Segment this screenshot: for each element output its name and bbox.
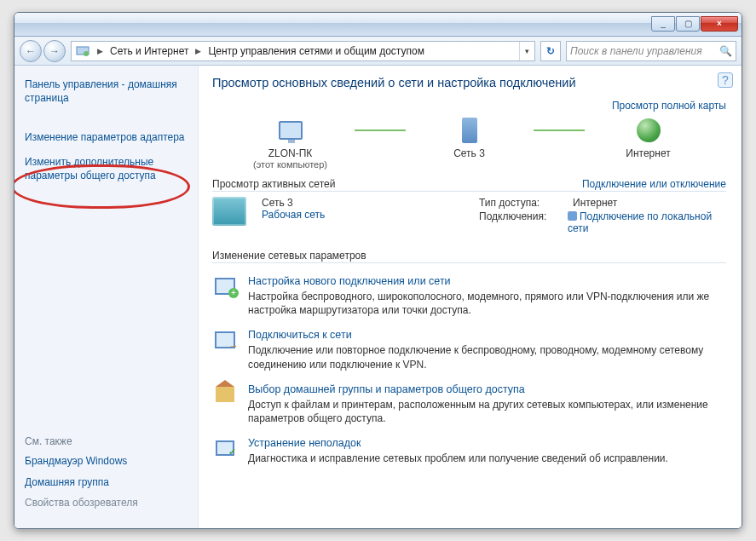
search-input[interactable]: Поиск в панели управления 🔍 bbox=[566, 41, 736, 61]
page-title: Просмотр основных сведений о сети и наст… bbox=[212, 76, 726, 89]
connect-icon bbox=[215, 331, 235, 348]
network-type-link[interactable]: Рабочая сеть bbox=[262, 209, 325, 221]
task-new-connection: Настройка нового подключения или сети На… bbox=[212, 275, 726, 317]
chevron-right-icon: ▶ bbox=[94, 47, 107, 55]
see-also-heading: См. также bbox=[25, 435, 189, 447]
nav-forward-button[interactable]: → bbox=[43, 40, 66, 62]
close-button[interactable]: × bbox=[701, 16, 738, 32]
node-sublabel: (этот компьютер) bbox=[227, 159, 355, 170]
map-node-internet[interactable]: Интернет bbox=[585, 115, 713, 159]
search-placeholder: Поиск в панели управления bbox=[570, 45, 702, 57]
nav-back-button[interactable]: ← bbox=[20, 40, 42, 62]
map-link-line bbox=[534, 115, 585, 146]
map-node-network[interactable]: Сеть 3 bbox=[406, 115, 534, 159]
control-panel-window: _ ▢ × ← → ▶ Сеть и Интернет ▶ Центр упра… bbox=[14, 12, 742, 529]
task-link[interactable]: Выбор домашней группы и параметров общег… bbox=[248, 383, 525, 395]
active-networks-heading: Просмотр активных сетей Подключение или … bbox=[212, 178, 726, 192]
minimize-button[interactable]: _ bbox=[651, 16, 675, 32]
task-link[interactable]: Настройка нового подключения или сети bbox=[248, 275, 451, 287]
sidebar-link-sharing-settings[interactable]: Изменить дополнительные параметры общего… bbox=[25, 155, 189, 182]
sidebar-link-home[interactable]: Панель управления - домашняя страница bbox=[25, 78, 189, 105]
access-type-value: Интернет bbox=[573, 197, 617, 209]
refresh-button[interactable]: ↻ bbox=[540, 41, 561, 61]
svg-point-1 bbox=[84, 51, 89, 56]
diagnostics-icon bbox=[216, 440, 234, 456]
active-network-panel: Сеть 3 Рабочая сеть Тип доступа:Интернет… bbox=[212, 197, 726, 236]
ethernet-icon bbox=[568, 211, 577, 221]
task-troubleshoot: Устранение неполадок Диагностика и испра… bbox=[212, 437, 726, 465]
network-settings-heading: Изменение сетевых параметров bbox=[212, 250, 726, 263]
new-connection-icon bbox=[215, 278, 235, 295]
task-description: Настройка беспроводного, широкополосного… bbox=[248, 290, 726, 317]
main-content: ? Просмотр основных сведений о сети и на… bbox=[199, 66, 742, 528]
breadcrumb-dropdown-button[interactable]: ▾ bbox=[519, 42, 534, 60]
view-full-map-link[interactable]: Просмотр полной карты bbox=[612, 100, 726, 112]
computer-icon bbox=[279, 121, 303, 140]
address-bar: ← → ▶ Сеть и Интернет ▶ Центр управления… bbox=[14, 37, 742, 66]
connect-disconnect-link[interactable]: Подключение или отключение bbox=[582, 178, 726, 190]
heading-text: Просмотр активных сетей bbox=[212, 178, 335, 190]
node-label: Сеть 3 bbox=[406, 147, 534, 159]
task-link[interactable]: Устранение неполадок bbox=[248, 437, 361, 449]
chevron-right-icon: ▶ bbox=[192, 47, 205, 55]
sidebar: Панель управления - домашняя страница Из… bbox=[14, 66, 199, 528]
globe-icon bbox=[637, 118, 661, 142]
server-icon bbox=[212, 197, 246, 226]
hub-icon bbox=[462, 118, 477, 143]
help-button[interactable]: ? bbox=[718, 72, 733, 88]
titlebar: _ ▢ × bbox=[14, 13, 742, 37]
node-label: ZLON-ПК bbox=[227, 147, 355, 159]
task-description: Доступ к файлам и принтерам, расположенн… bbox=[248, 398, 726, 425]
heading-text: Изменение сетевых параметров bbox=[212, 250, 366, 262]
map-link-line bbox=[355, 115, 406, 146]
task-link[interactable]: Подключиться к сети bbox=[248, 329, 352, 341]
network-center-icon bbox=[75, 43, 90, 59]
sidebar-link-internet-options[interactable]: Свойства обозревателя bbox=[25, 496, 189, 509]
task-description: Подключение или повторное подключение к … bbox=[248, 343, 726, 371]
search-icon: 🔍 bbox=[719, 45, 732, 57]
breadcrumb-item-network[interactable]: Сеть и Интернет bbox=[107, 42, 192, 60]
sidebar-link-adapter-settings[interactable]: Изменение параметров адаптера bbox=[25, 130, 189, 144]
sidebar-link-firewall[interactable]: Брандмауэр Windows bbox=[25, 454, 189, 468]
homegroup-icon bbox=[216, 387, 234, 402]
network-map: ZLON-ПК (этот компьютер) Сеть 3 Интернет bbox=[212, 115, 726, 170]
access-type-label: Тип доступа: bbox=[479, 197, 573, 209]
breadcrumb[interactable]: ▶ Сеть и Интернет ▶ Центр управления сет… bbox=[71, 41, 535, 61]
task-homegroup: Выбор домашней группы и параметров общег… bbox=[212, 383, 726, 425]
breadcrumb-item-sharing-center[interactable]: Центр управления сетями и общим доступом bbox=[205, 42, 428, 60]
sidebar-link-homegroup[interactable]: Домашняя группа bbox=[25, 475, 189, 489]
node-label: Интернет bbox=[585, 147, 713, 159]
network-name: Сеть 3 bbox=[262, 197, 293, 209]
map-node-this-pc[interactable]: ZLON-ПК (этот компьютер) bbox=[227, 115, 355, 170]
task-description: Диагностика и исправление сетевых пробле… bbox=[248, 452, 668, 465]
connections-label: Подключения: bbox=[479, 210, 568, 234]
connection-link[interactable]: Подключение по локальной сети bbox=[568, 210, 712, 234]
task-connect: Подключиться к сети Подключение или повт… bbox=[212, 329, 726, 371]
maximize-button[interactable]: ▢ bbox=[676, 16, 700, 32]
